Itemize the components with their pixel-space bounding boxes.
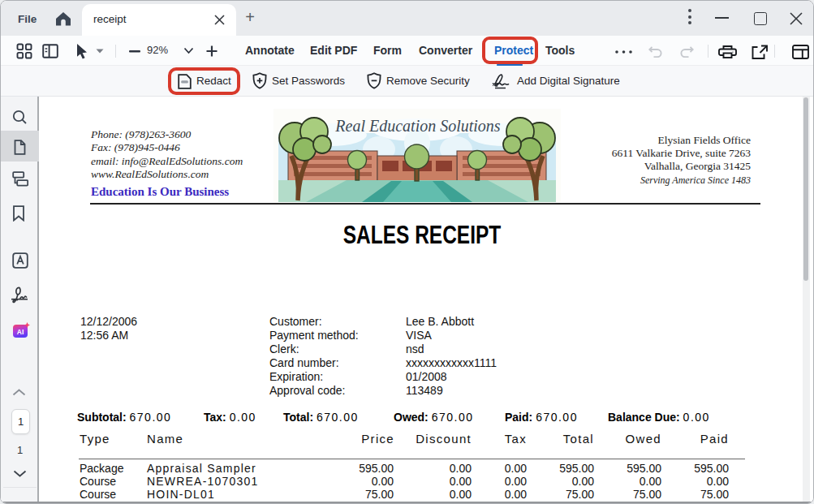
svg-text:Real Education Solutions: Real Education Solutions [334, 117, 501, 135]
svg-text:AI: AI [17, 328, 24, 336]
